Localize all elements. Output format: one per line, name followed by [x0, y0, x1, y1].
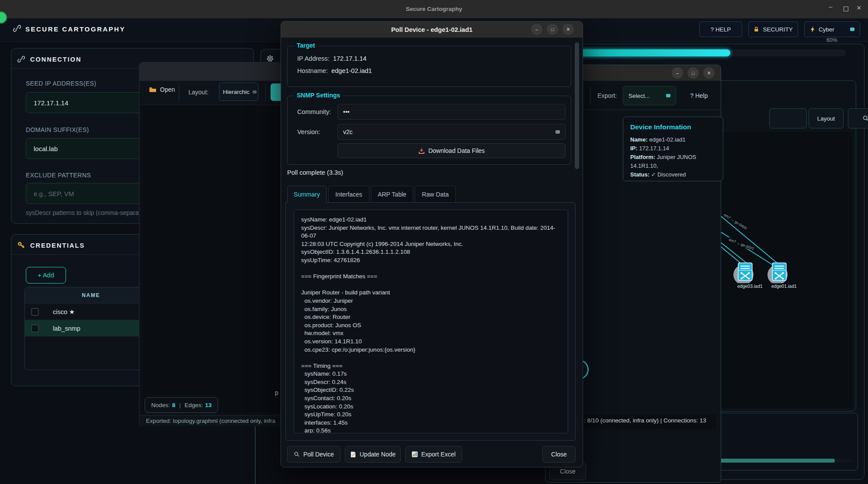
- export-excel-button[interactable]: Export Excel: [405, 446, 462, 463]
- poll-device-label: Poll Device: [303, 451, 334, 458]
- dialog-minimize-icon[interactable]: –: [531, 24, 542, 35]
- toolbar-separator: [179, 84, 179, 102]
- progress-percent: 60%: [826, 37, 837, 43]
- graph-stats-chip: Nodes: 8 | Edges: 13: [145, 397, 218, 413]
- add-credential-button[interactable]: + Add: [26, 267, 66, 283]
- domain-suffix-label: DOMAIN SUFFIX(ES): [26, 126, 89, 133]
- chart-icon: [412, 451, 418, 457]
- target-group: Target IP Address: 172.17.1.14 Hostname:…: [287, 46, 571, 87]
- memo-icon: [350, 451, 356, 458]
- device-status-label: Status:: [630, 171, 649, 178]
- credentials-title: CREDENTIALS: [30, 242, 85, 249]
- minimize-glyph: –: [676, 70, 679, 76]
- device-name-label: Name:: [630, 136, 648, 143]
- device-platform-label: Platform:: [630, 154, 655, 160]
- desktop: Secure Cartography – × SECURE CARTOGRAPH…: [0, 0, 868, 484]
- device-node-icon[interactable]: [772, 262, 787, 281]
- dropdown-indicator: [666, 94, 670, 97]
- dialog-close-button[interactable]: Close: [542, 446, 576, 463]
- device-ip-value: 172.17.1.14: [639, 145, 669, 152]
- poll-device-button[interactable]: Poll Device: [287, 446, 340, 463]
- exclude-patterns-label: EXCLUDE PATTERNS: [26, 172, 91, 179]
- tab-label: Raw Data: [422, 191, 448, 198]
- open-button-label: Open: [160, 86, 175, 93]
- device-node-icon[interactable]: [738, 262, 753, 281]
- minimize-glyph: –: [535, 27, 538, 32]
- community-input[interactable]: [337, 104, 566, 120]
- poll-status-text: Poll complete (3.3s): [287, 169, 343, 176]
- credential-name: lab_snmp: [53, 325, 114, 332]
- os-minimize-icon[interactable]: –: [829, 3, 832, 10]
- device-name-value: edge1-02.iad1: [649, 136, 685, 143]
- brand-link-icon: [13, 24, 21, 32]
- poll-device-dialog: Poll Device - edge1-02.iad1 – □ × Target…: [281, 21, 583, 467]
- dialog-scrollbar-thumb[interactable]: [575, 42, 579, 169]
- cyber-button[interactable]: Cyber: [804, 21, 860, 37]
- summary-textbox[interactable]: sysName: edge1-02.iad1 sysDescr: Juniper…: [294, 210, 568, 433]
- viewer-maximize-icon[interactable]: □: [687, 67, 699, 79]
- tab-arp-table[interactable]: ARP Table: [371, 186, 413, 202]
- version-select[interactable]: v2c: [337, 124, 566, 140]
- credential-name: cisco ★: [53, 308, 114, 315]
- lock-icon: [753, 26, 759, 32]
- dialog-maximize-icon[interactable]: □: [547, 24, 558, 35]
- toolbar-separator: [265, 84, 266, 102]
- tab-label: Interfaces: [335, 191, 362, 198]
- device-ip-label: IP:: [630, 145, 638, 152]
- download-icon: [418, 148, 425, 154]
- export-label: Export:: [597, 92, 617, 99]
- os-close-icon[interactable]: ×: [857, 3, 861, 13]
- viewer-status-chip: : 8/10 (connected, infra only) | Connect…: [572, 415, 716, 429]
- close-glyph: ×: [707, 69, 711, 76]
- progress-bar-fill: [577, 49, 730, 56]
- target-host-label: Hostname:: [297, 67, 328, 74]
- target-ip-value: 172.17.1.14: [333, 55, 367, 62]
- security-button[interactable]: SECURITY: [748, 21, 798, 37]
- export-select[interactable]: Select...: [623, 86, 676, 105]
- update-node-button[interactable]: Update Node: [345, 446, 401, 463]
- tab-summary[interactable]: Summary: [287, 186, 326, 203]
- exclude-patterns-help: sysDescr patterns to skip (comma-separat…: [26, 209, 144, 216]
- os-maximize-icon[interactable]: [844, 7, 848, 11]
- map-status-text: Exported: topology.graphml (connected on…: [146, 418, 275, 424]
- update-node-label: Update Node: [360, 451, 396, 458]
- folder-icon: [149, 86, 156, 93]
- tab-label: Summary: [294, 191, 320, 198]
- layout-select[interactable]: Hierarchic: [219, 83, 258, 101]
- viewer-help-link[interactable]: ? Help: [690, 92, 708, 99]
- target-ip-label: IP Address:: [297, 55, 330, 62]
- device-info-panel: Device Information Name: edge1-02.iad1 I…: [623, 117, 723, 181]
- download-data-button[interactable]: Download Data Files: [337, 143, 566, 158]
- dialog-close-icon[interactable]: ×: [562, 24, 574, 35]
- node-label: edge01.iad1: [770, 283, 798, 289]
- open-button[interactable]: Open: [149, 86, 175, 93]
- os-titlebar: Secure Cartography – ×: [0, 0, 868, 18]
- search-icon: [862, 115, 868, 122]
- close-glyph: ×: [566, 26, 570, 33]
- gear-icon: [266, 55, 274, 62]
- target-host-value: edge1-02.iad1: [331, 67, 372, 74]
- viewer-status-text: : 8/10 (connected, infra only) | Connect…: [584, 417, 706, 424]
- layout-select-value: Hierarchic: [223, 89, 250, 95]
- nodes-label: Nodes:: [151, 402, 170, 408]
- add-credential-label: + Add: [38, 272, 54, 279]
- help-button[interactable]: ? HELP: [699, 21, 742, 37]
- tab-interfaces[interactable]: Interfaces: [328, 186, 369, 202]
- summary-text: sysName: edge1-02.iad1 sysDescr: Juniper…: [301, 216, 561, 433]
- tab-raw-data[interactable]: Raw Data: [415, 186, 456, 202]
- node-label: edge03.iad1: [736, 283, 764, 289]
- hidden-toolbar-button[interactable]: [769, 108, 807, 128]
- edges-value: 13: [205, 402, 212, 408]
- community-label: Community:: [297, 108, 331, 115]
- credential-checkbox[interactable]: [31, 308, 39, 316]
- layout-button[interactable]: Layout: [809, 108, 844, 128]
- export-excel-label: Export Excel: [421, 451, 456, 458]
- poll-dialog-titlebar[interactable]: Poll Device - edge1-02.iad1 – □ ×: [281, 21, 583, 38]
- viewer-minimize-icon[interactable]: –: [672, 67, 683, 79]
- viewer-toolbar-separator: [590, 86, 590, 105]
- security-button-label: SECURITY: [763, 26, 792, 33]
- progress-bar-track: [577, 49, 846, 56]
- viewer-close-icon[interactable]: ×: [703, 67, 715, 79]
- credential-checkbox[interactable]: [31, 325, 39, 332]
- search-button[interactable]: [848, 108, 868, 128]
